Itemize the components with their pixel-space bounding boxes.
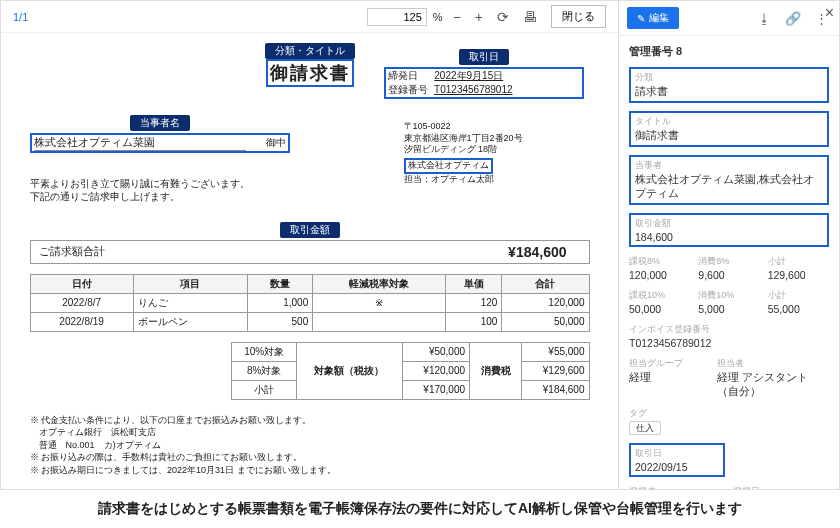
- rotate-icon[interactable]: ⟳: [493, 9, 513, 25]
- col-reduced: 軽減税率対象: [313, 274, 446, 293]
- page-caption: 請求書をはじめとする帳票書類を電子帳簿保存法の要件に対応してAI解析し保管や台帳…: [0, 490, 840, 528]
- document-area[interactable]: 分類・タイトル 御請求書 取引日 締発日 2022年9月15日 登録番号 T01…: [1, 33, 618, 489]
- pencil-icon: ✎: [637, 13, 645, 24]
- date-block: 取引日 締発日 2022年9月15日 登録番号 T0123456789012: [384, 49, 584, 99]
- address-block: 〒105-0022 東京都港区海岸1丁目2番20号 汐留ビルディング 18階 株…: [404, 121, 584, 185]
- field-amount: 取引金額 184,600: [629, 213, 829, 247]
- field-party: 当事者 株式会社オプティム菜園,株式会社オプティム: [629, 155, 829, 205]
- party-tag: 当事者名: [130, 115, 190, 131]
- close-x-icon[interactable]: ×: [825, 4, 834, 22]
- close-button[interactable]: 閉じる: [551, 5, 606, 28]
- issue-date-label: 締発日: [388, 69, 432, 83]
- field-category: 分類 請求書: [629, 67, 829, 103]
- reg-label: 登録番号: [388, 83, 432, 97]
- col-total: 合計: [502, 274, 589, 293]
- mgmt-label: 管理番号: [629, 45, 673, 57]
- col-qty: 数量: [247, 274, 313, 293]
- zoom-in-icon[interactable]: +: [471, 9, 487, 25]
- panel-toolbar: ✎編集 ⭳ 🔗 ⋮: [619, 1, 839, 36]
- amount-label: ご請求額合計: [33, 241, 489, 263]
- field-tag: タグ 仕入: [629, 407, 829, 435]
- party-name: 株式会社オプティム菜園: [34, 135, 246, 151]
- viewer-toolbar: 1/1 % − + ⟳ 🖶 閉じる: [1, 1, 618, 33]
- zoom-controls: % − + ⟳ 🖶: [367, 8, 541, 26]
- detail-panel: ✎編集 ⭳ 🔗 ⋮ 管理番号 8 分類 請求書 タイトル 御請求書 当事者 株式…: [619, 1, 839, 489]
- main-view: 1/1 % − + ⟳ 🖶 閉じる 分類・タイトル 御請求書 取引日: [1, 1, 619, 489]
- payment-notes: ※ 代金支払い条件により、以下の口座までお振込みお願い致します。 オプティム銀行…: [30, 414, 590, 477]
- addr-line2: 汐留ビルディング 18階: [404, 144, 584, 156]
- addr-company: 株式会社オプティム: [404, 158, 493, 174]
- line-items-table: 日付 項目 数量 軽減税率対象 単価 合計 2022/8/7 りんご 1,000…: [30, 274, 590, 332]
- col-date: 日付: [30, 274, 133, 293]
- zoom-percent-label: %: [433, 11, 443, 23]
- tax-summary-table: 10%対象 対象額（税抜） ¥50,000 消費税 ¥55,000 8%対象 ¥…: [231, 342, 589, 400]
- doc-title: 御請求書: [266, 59, 354, 87]
- link-icon[interactable]: 🔗: [782, 11, 804, 26]
- date-tag: 取引日: [459, 49, 509, 65]
- print-icon[interactable]: 🖶: [519, 9, 541, 25]
- table-row: 2022/8/7 りんご 1,000 ※ 120 120,000: [30, 293, 589, 312]
- party-suffix: 御中: [246, 136, 286, 150]
- field-txn-date: 取引日 2022/09/15: [629, 443, 725, 477]
- zoom-input[interactable]: [367, 8, 427, 26]
- edit-button[interactable]: ✎編集: [627, 7, 679, 29]
- col-unit: 単価: [446, 274, 502, 293]
- amount-tag: 取引金額: [280, 222, 340, 238]
- amount-section: 取引金額 ご請求額合計 ¥184,600: [30, 222, 590, 264]
- table-row: 2022/8/19 ボールペン 500 100 50,000: [30, 312, 589, 331]
- app-frame: 1/1 % − + ⟳ 🖶 閉じる 分類・タイトル 御請求書 取引日: [0, 0, 840, 490]
- col-item: 項目: [133, 274, 247, 293]
- issue-date: 2022年9月15日: [434, 70, 503, 81]
- invoice-document: 分類・タイトル 御請求書 取引日 締発日 2022年9月15日 登録番号 T01…: [30, 41, 590, 481]
- field-title: タイトル 御請求書: [629, 111, 829, 147]
- addr-contact: 担当：オプティム太郎: [404, 174, 584, 186]
- page-indicator: 1/1: [13, 11, 357, 23]
- title-tag: 分類・タイトル: [265, 43, 355, 59]
- amount-value: ¥184,600: [488, 241, 586, 263]
- mgmt-number: 8: [676, 45, 682, 57]
- panel-body[interactable]: 管理番号 8 分類 請求書 タイトル 御請求書 当事者 株式会社オプティム菜園,…: [619, 36, 839, 489]
- field-invoice-reg: インボイス登録番号 T0123456789012: [629, 323, 829, 349]
- party-block: 当事者名 株式会社オプティム菜園 御中: [30, 115, 290, 153]
- zoom-out-icon[interactable]: −: [449, 9, 465, 25]
- addr-zip: 〒105-0022: [404, 121, 584, 133]
- reg-number: T0123456789012: [434, 84, 512, 95]
- addr-line1: 東京都港区海岸1丁目2番20号: [404, 133, 584, 145]
- download-icon[interactable]: ⭳: [755, 11, 774, 26]
